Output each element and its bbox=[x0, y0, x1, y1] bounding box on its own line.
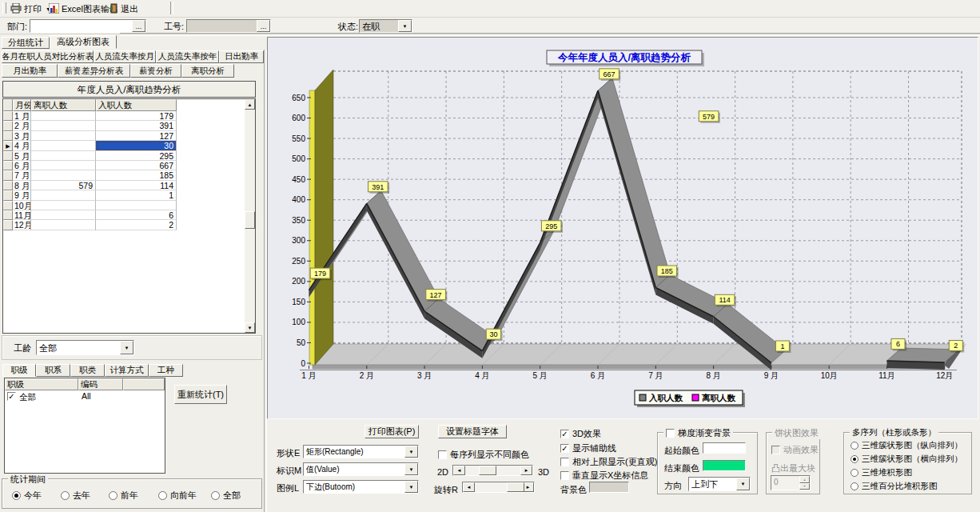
recalc-button[interactable]: 重新统计(T) bbox=[174, 385, 227, 404]
series-colors-box[interactable] bbox=[438, 450, 447, 459]
analysis-tab-人员流失率按年[interactable]: 人员流失率按年 bbox=[156, 50, 219, 63]
level-col-code[interactable]: 编码 bbox=[78, 378, 123, 390]
category-tab-职系[interactable]: 职系 bbox=[36, 364, 70, 377]
main-tab-0[interactable]: 分组统计 bbox=[2, 37, 50, 49]
cell-exit[interactable]: 579 bbox=[31, 181, 96, 190]
exit-button[interactable]: 退出 bbox=[104, 1, 142, 18]
cell-month[interactable]: 1 月 bbox=[13, 111, 31, 121]
level-row-checkbox[interactable]: ✓ bbox=[7, 392, 16, 401]
col-header-exit[interactable]: 离职人数 bbox=[31, 99, 96, 111]
cell-month[interactable]: 8 月 bbox=[13, 181, 31, 190]
cell-exit[interactable] bbox=[31, 220, 96, 230]
cell-month[interactable]: 10月 bbox=[13, 201, 31, 210]
period-radio-向前年[interactable]: 向前年 bbox=[158, 490, 197, 502]
emp-browse-button[interactable]: ... bbox=[257, 20, 270, 32]
multi-radio-2[interactable]: 三维堆积形图 bbox=[851, 467, 912, 478]
level-cell-code[interactable]: All bbox=[78, 390, 123, 402]
cell-month[interactable]: 7 月 bbox=[13, 170, 31, 180]
period-radio-前年[interactable]: 前年 bbox=[109, 490, 138, 502]
cell-exit[interactable] bbox=[31, 111, 96, 121]
cell-month[interactable]: 3 月 bbox=[13, 131, 31, 141]
mark-select[interactable]: 值(Value) ▼ bbox=[303, 462, 419, 476]
status-dropdown-icon[interactable]: ▼ bbox=[398, 20, 412, 32]
shape-select[interactable]: 矩形(Rectangle) ▼ bbox=[303, 445, 419, 458]
cell-exit[interactable] bbox=[31, 141, 96, 150]
cell-exit[interactable] bbox=[31, 210, 96, 220]
effect-3d-checkbox[interactable]: ✓ 3D效果 bbox=[560, 428, 601, 440]
analysis-tab-各月在职人员对比分析表[interactable]: 各月在职人员对比分析表 bbox=[2, 50, 94, 63]
legend-dropdown-icon[interactable]: ▼ bbox=[404, 481, 418, 493]
cell-entry[interactable]: 114 bbox=[96, 181, 177, 190]
cell-exit[interactable] bbox=[31, 170, 96, 180]
cell-entry-selected[interactable]: 30 bbox=[96, 141, 177, 150]
slider-left-icon[interactable]: ◄ bbox=[453, 466, 465, 475]
cell-entry[interactable]: 667 bbox=[96, 161, 177, 170]
cell-month[interactable]: 6 月 bbox=[13, 161, 31, 170]
cell-month[interactable]: 9 月 bbox=[13, 190, 31, 200]
category-tab-工种[interactable]: 工种 bbox=[149, 364, 183, 377]
cell-entry[interactable]: 6 bbox=[96, 210, 177, 220]
shape-dropdown-icon[interactable]: ▼ bbox=[404, 446, 418, 458]
cell-exit[interactable] bbox=[31, 161, 96, 170]
gradient-dir-select[interactable]: 上到下 ▼ bbox=[688, 477, 751, 491]
gradient-start-swatch[interactable] bbox=[703, 442, 746, 454]
multi-radio-1[interactable]: 三维簇状形图（横向排列） bbox=[851, 454, 962, 465]
analysis-tab-月出勤率[interactable]: 月出勤率 bbox=[2, 64, 58, 78]
slider-thumb[interactable] bbox=[479, 466, 496, 475]
multi-radio-circle[interactable] bbox=[851, 469, 858, 477]
gradient-checkbox[interactable]: 梯度渐变背景 bbox=[663, 427, 733, 439]
scroll-down-icon[interactable]: ▼ bbox=[245, 322, 255, 333]
cell-entry[interactable]: 179 bbox=[96, 111, 177, 121]
level-col-name[interactable]: 职级 bbox=[5, 378, 78, 390]
multi-radio-circle[interactable] bbox=[851, 455, 858, 463]
vertical-x-checkbox[interactable]: 垂直显示X坐标信息 bbox=[560, 470, 648, 482]
cell-entry[interactable]: 127 bbox=[96, 131, 177, 141]
slider-track[interactable] bbox=[465, 466, 520, 475]
cell-entry[interactable]: 1 bbox=[96, 190, 177, 200]
print-chart-button[interactable]: 打印图表(P) bbox=[365, 425, 419, 438]
analysis-tab-薪资分析[interactable]: 薪资分析 bbox=[130, 64, 181, 78]
period-radio-全部[interactable]: 全部 bbox=[211, 490, 241, 502]
cell-exit[interactable] bbox=[31, 190, 96, 200]
multi-radio-0[interactable]: 三维簇状形图（纵向排列） bbox=[851, 440, 962, 451]
cell-entry[interactable]: 185 bbox=[96, 170, 177, 180]
category-tab-职类[interactable]: 职类 bbox=[70, 364, 105, 377]
cell-month[interactable]: 12月 bbox=[13, 220, 31, 230]
cell-exit[interactable] bbox=[31, 121, 96, 130]
vertical-x-box[interactable] bbox=[560, 471, 569, 480]
analysis-tab-人员流失率按月[interactable]: 人员流失率按月 bbox=[94, 50, 156, 63]
series-colors-checkbox[interactable]: 每序列显示不同颜色 bbox=[438, 449, 529, 461]
category-tab-计算方式[interactable]: 计算方式 bbox=[105, 364, 149, 377]
status-select[interactable]: 在职 ▼ bbox=[359, 19, 412, 33]
cell-exit[interactable] bbox=[31, 201, 96, 210]
period-radio-今年[interactable]: 今年 bbox=[12, 490, 42, 502]
analysis-tab-离职分析[interactable]: 离职分析 bbox=[181, 64, 234, 78]
workage-dropdown-icon[interactable]: ▼ bbox=[120, 341, 133, 354]
emp-input[interactable]: ... bbox=[186, 19, 271, 33]
rotate-slider[interactable]: ◄► bbox=[462, 482, 535, 493]
legend-pos-select[interactable]: 下边(Butoom) ▼ bbox=[303, 480, 419, 494]
dept-browse-button[interactable]: ... bbox=[132, 20, 145, 32]
title-font-button[interactable]: 设置标题字体 bbox=[438, 425, 507, 438]
period-radio-circle[interactable] bbox=[61, 491, 70, 500]
gradient-end-swatch[interactable] bbox=[703, 460, 746, 471]
grid-scrollbar[interactable]: ▲▼ bbox=[245, 99, 255, 333]
period-radio-circle[interactable] bbox=[211, 491, 220, 500]
scroll-thumb[interactable] bbox=[245, 211, 255, 229]
slider-thumb[interactable] bbox=[507, 482, 524, 492]
col-header-entry[interactable]: 入职人数 bbox=[96, 99, 177, 111]
category-tab-职级[interactable]: 职级 bbox=[2, 364, 36, 377]
main-tab-1[interactable]: 高级分析图表 bbox=[50, 35, 117, 49]
level-cell-name[interactable]: ✓全部 bbox=[5, 390, 78, 402]
multi-radio-3[interactable]: 三维百分比堆积形图 bbox=[851, 481, 938, 492]
mark-dropdown-icon[interactable]: ▼ bbox=[404, 463, 418, 475]
analysis-tab-日出勤率[interactable]: 日出勤率 bbox=[219, 50, 264, 63]
cell-entry[interactable]: 391 bbox=[96, 121, 177, 130]
cell-month[interactable]: 5 月 bbox=[13, 151, 31, 161]
multi-radio-circle[interactable] bbox=[851, 442, 858, 450]
cell-month[interactable]: 2 月 bbox=[13, 121, 31, 130]
slider-left-icon[interactable]: ◄ bbox=[463, 482, 475, 492]
bgcolor-swatch[interactable] bbox=[589, 482, 629, 493]
relative-limit-box[interactable] bbox=[560, 458, 569, 466]
dept-input[interactable]: ... bbox=[30, 19, 146, 33]
